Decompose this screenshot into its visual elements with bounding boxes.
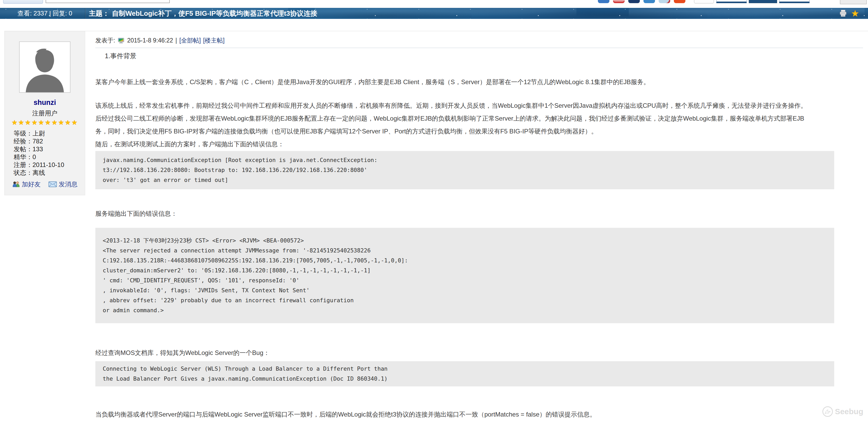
seebug-brand-text: Seebug <box>835 407 863 416</box>
code-line: , abbrev offset: '229' probably due to a… <box>103 295 829 305</box>
paragraph-3: 当负载均衡器或者代理Server的端口与后端WebLogic Server监听端… <box>95 408 868 421</box>
rating-star-icon: ★ <box>71 119 78 126</box>
mos-label: 经过查询MOS文档库，得知其为WebLogic Server的一个Bug： <box>95 346 868 359</box>
all-posts-link[interactable]: [全部帖] <box>180 36 201 44</box>
paragraph-2-line: 该系统上线后，经常发生宕机事件，前期经过我公司中间件工程师和应用开发人员的不断修… <box>95 99 868 112</box>
friends-icon <box>12 181 20 187</box>
code-line: over: 't3' got an error or timed out] <box>103 175 829 185</box>
view-reply-count: 查看: 2337 | 回复: 0 <box>4 8 85 19</box>
add-friend-link[interactable]: 加好友 <box>12 180 41 188</box>
paragraph-1: 某客户今年新上线一套业务系统，C/S架构，客户端（C，Client）是使用Jav… <box>95 76 868 88</box>
code-line: <2013-12-18 下午03时23分23秒 CST> <Error> <RJ… <box>103 236 829 246</box>
envelope-icon <box>49 181 57 187</box>
top-tab-fragment-2[interactable] <box>749 0 777 3</box>
paragraph-2-line: 随后，在测试环境测试上面的方案时，客户端抛出下面的错误信息： <box>95 138 868 150</box>
meta-separator: | <box>176 37 177 44</box>
share-weibo-icon[interactable] <box>613 0 625 3</box>
share-qzone-icon[interactable] <box>598 0 610 3</box>
avatar[interactable] <box>19 41 70 93</box>
user-rating-stars: ★★★★★★★★★★ <box>5 119 85 126</box>
post-meta: 发表于: 2015-1-8 9:46:22 | [全部帖] [楼主帖] <box>85 31 868 44</box>
user-sidebar: shunzi 注册用户 ★★★★★★★★★★ 等级：上尉 经验：782 发帖：1… <box>4 31 85 195</box>
top-tab-fragment-1[interactable] <box>716 0 747 3</box>
user-actions: 加好友 发消息 <box>12 180 85 188</box>
print-icon[interactable] <box>839 10 847 17</box>
code-block-bug-doc: Connecting to WebLogic Server (WLS) Thro… <box>95 361 834 386</box>
code-line: C:192.168.135.218R:-4468386810750896225S… <box>103 255 829 266</box>
post-main: 发表于: 2015-1-8 9:46:22 | [全部帖] [楼主帖] 1.事件… <box>85 31 868 421</box>
stat-experience: 经验：782 <box>13 138 85 145</box>
share-tqq-icon[interactable] <box>644 0 655 3</box>
toolbar-button-fragment[interactable] <box>3 0 43 4</box>
send-message-link[interactable]: 发消息 <box>49 180 78 188</box>
topic-title-bar: 查看: 2337 | 回复: 0 主题： 自制WebLogic补丁，使F5 BI… <box>0 8 868 19</box>
user-stats: 等级：上尉 经验：782 发帖：133 精华：0 注册：2011-10-10 状… <box>13 129 85 177</box>
code-line: , invokableId: '0', flags: 'JVMIDs Sent,… <box>103 285 829 295</box>
titlebar-actions: ★ <box>839 8 859 19</box>
avatar-silhouette-icon <box>23 47 66 92</box>
topic-title: 主题： 自制WebLogic补丁，使F5 BIG-IP等负载均衡器正常代理t3协… <box>89 8 831 19</box>
top-box-fragment[interactable] <box>840 0 867 4</box>
posted-label: 发表于: <box>95 36 115 44</box>
rating-star-icon: ★ <box>51 119 58 126</box>
code-line: or admin command.> <box>103 305 829 315</box>
stat-posts: 发帖：133 <box>13 145 85 153</box>
top-tab-fragment-3[interactable] <box>779 0 810 3</box>
favorite-star-icon[interactable]: ★ <box>851 9 859 18</box>
code-line: Connecting to WebLogic Server (WLS) Thro… <box>103 364 829 374</box>
seebug-watermark: Seebug <box>823 406 863 417</box>
rating-star-icon: ★ <box>25 119 31 126</box>
rating-star-icon: ★ <box>18 119 25 126</box>
user-group: 注册用户 <box>5 109 85 117</box>
stat-registered: 注册：2011-10-10 <box>13 161 85 169</box>
share-douban-icon[interactable] <box>659 0 670 3</box>
top-button-fragment[interactable] <box>694 0 714 3</box>
rating-star-icon: ★ <box>45 119 51 126</box>
code-block-server-error: <2013-12-18 下午03时23分23秒 CST> <Error> <RJ… <box>95 228 834 323</box>
toolbar-input-fragment[interactable] <box>45 0 170 3</box>
post-time: 2015-1-8 9:46:22 <box>127 37 173 44</box>
stat-digest: 精华：0 <box>13 153 85 161</box>
stat-level: 等级：上尉 <box>13 129 85 138</box>
server-error-label: 服务端抛出下面的错误信息： <box>95 207 868 220</box>
post-content: 1.事件背景 某客户今年新上线一套业务系统，C/S架构，客户端（C，Client… <box>85 52 868 421</box>
rating-star-icon: ★ <box>65 119 71 126</box>
paragraph-2-line: 后经过我公司二线工程师的诊断，发现部署在WebLogic集群环境的EJB服务配置… <box>95 112 868 125</box>
topic-title-text: 自制WebLogic补丁，使F5 BIG-IP等负载均衡器正常代理t3协议连接 <box>112 9 317 18</box>
share-baidu-icon[interactable] <box>674 0 685 3</box>
code-block-client-error: javax.naming.CommunicationException [Roo… <box>95 151 834 189</box>
seebug-logo-icon <box>823 406 833 417</box>
rating-star-icon: ★ <box>31 119 38 126</box>
code-line: cluster_domain:mServer2' to: '0S:192.168… <box>103 266 829 275</box>
username[interactable]: shunzi <box>5 98 85 107</box>
code-line: ' cmd: 'CMD_IDENTIFY_REQUEST', QOS: '101… <box>103 275 829 285</box>
op-posts-link[interactable]: [楼主帖] <box>203 36 224 44</box>
section-heading: 1.事件背景 <box>105 52 868 60</box>
rating-star-icon: ★ <box>58 119 65 126</box>
titlebar-divider <box>85 8 86 19</box>
paragraph-2-line: 务，同时，我们决定使用F5 BIG-IP对客户端的连接做负载均衡（也可以使用EJ… <box>95 125 868 138</box>
paragraph-2: 该系统上线后，经常发生宕机事件，前期经过我公司中间件工程师和应用开发人员的不断修… <box>95 99 868 150</box>
code-line: t3://192.168.136.220:8080: Bootstrap to:… <box>103 165 829 175</box>
rating-star-icon: ★ <box>38 119 45 126</box>
topic-label: 主题： <box>89 9 109 18</box>
code-line: javax.naming.CommunicationException [Roo… <box>103 155 829 165</box>
share-renren-icon[interactable] <box>628 0 640 3</box>
top-edge-strip <box>0 0 868 8</box>
code-line: <The server rejected a connection attemp… <box>103 246 829 255</box>
stat-status: 状态：离线 <box>13 169 85 177</box>
monitor-icon <box>118 38 124 43</box>
code-line: the Load Balancer Port Gives a javax.nam… <box>103 374 829 384</box>
rating-star-icon: ★ <box>11 119 18 126</box>
